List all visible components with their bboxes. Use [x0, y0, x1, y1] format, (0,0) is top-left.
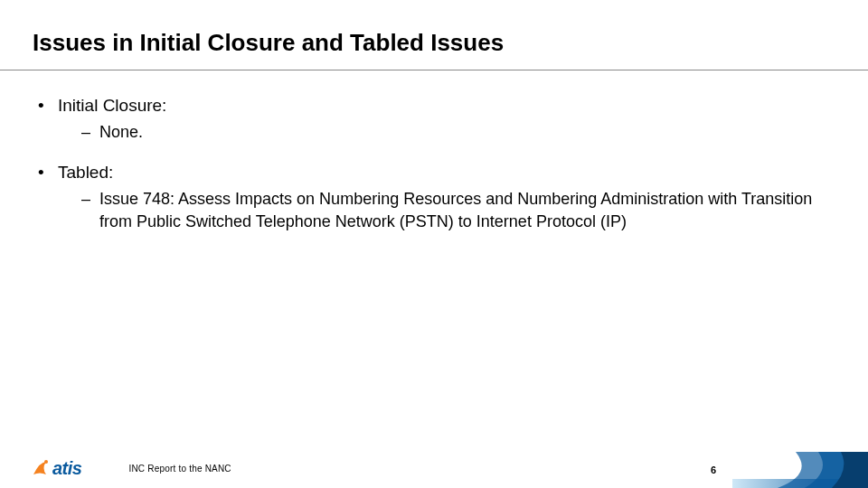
page-number: 6 — [711, 465, 716, 475]
slide-content: Initial Closure: None. Tabled: Issue 748… — [0, 70, 868, 232]
section-heading: Tabled: — [33, 163, 832, 183]
atis-logo: atis — [31, 458, 81, 479]
slide-footer: atis INC Report to the NANC 6 — [0, 448, 868, 488]
section-heading: Initial Closure: — [33, 96, 832, 116]
section-item: Issue 748: Assess Impacts on Numbering R… — [33, 188, 832, 232]
svg-point-0 — [44, 460, 48, 464]
atis-logo-icon — [31, 459, 49, 477]
footer-report-label: INC Report to the NANC — [128, 464, 231, 474]
footer-graphic — [732, 452, 868, 488]
slide: Issues in Initial Closure and Tabled Iss… — [0, 0, 868, 488]
section-item: None. — [33, 121, 832, 143]
atis-logo-text: atis — [52, 458, 81, 479]
slide-title: Issues in Initial Closure and Tabled Iss… — [0, 0, 868, 70]
